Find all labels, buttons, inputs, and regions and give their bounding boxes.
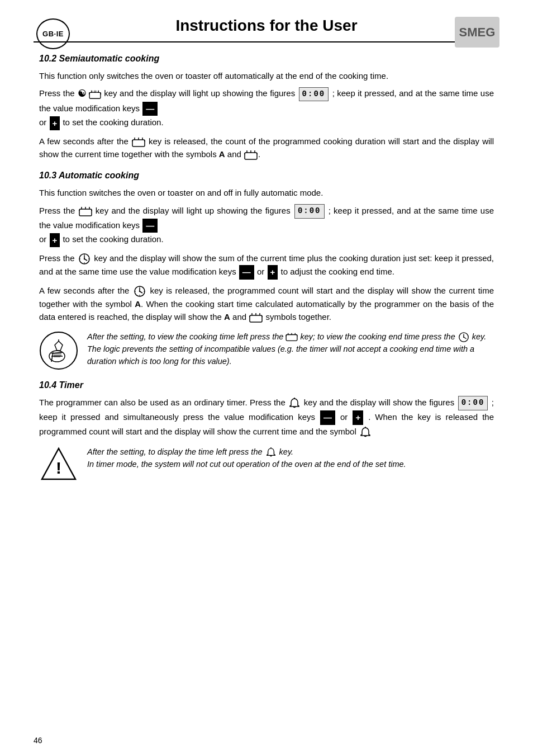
plus-key-3: +	[268, 265, 278, 279]
symbol-a-1: A	[219, 149, 225, 159]
pot-key-svg-1	[89, 89, 101, 100]
section-10-2-para-3: A few seconds after the key is released,…	[39, 135, 494, 161]
pot-key-note-svg	[285, 332, 298, 342]
svg-rect-57	[287, 335, 298, 341]
svg-rect-2	[89, 92, 101, 98]
pot-key-svg-2	[131, 136, 146, 148]
display-box-2: 0:00	[294, 204, 325, 219]
minus-key-4: —	[320, 410, 335, 424]
bell-icon-warning	[266, 447, 276, 457]
svg-line-62	[297, 335, 297, 337]
clock-key-note-svg	[458, 332, 470, 343]
svg-point-29	[84, 258, 85, 259]
warning-line-1: After the setting, to display the time l…	[87, 447, 293, 456]
minus-key-3: —	[239, 265, 254, 279]
bell-icon-1	[289, 398, 300, 409]
section-10-4-label: 10.4 Timer	[39, 380, 83, 390]
section-10-2-label: 10.2 Semiautomatic cooking	[39, 54, 159, 63]
warning-icon-svg: !	[39, 446, 78, 485]
note-icon-10-3	[39, 331, 78, 370]
page-title: Instructions for the User	[175, 17, 357, 35]
svg-rect-14	[245, 153, 257, 159]
note-text-10-3: After the setting, to view the cooking t…	[87, 331, 494, 367]
display-box-3: 0:00	[458, 396, 488, 410]
pot-key-icon-1: ☯	[78, 87, 101, 101]
section-10-3-title: 10.3 Automatic cooking	[39, 171, 494, 181]
section-10-3-para-3: Press the key and the display will show …	[39, 252, 494, 280]
svg-rect-42	[250, 315, 262, 322]
section-10-3-para-4: A few seconds after the key is released,…	[39, 284, 494, 324]
section-10-2-title: 10.2 Semiautomatic cooking	[39, 54, 494, 64]
section-10-2-para-2: Press the ☯ key and the display will lig…	[39, 87, 494, 130]
section-10-3-label: 10.3 Automatic cooking	[39, 171, 139, 180]
content-area: 10.2 Semiautomatic cooking This function…	[34, 54, 499, 485]
svg-rect-20	[79, 209, 92, 216]
warning-icon: !	[39, 446, 78, 485]
svg-rect-8	[132, 140, 145, 147]
section-10-4-para-1: The programmer can also be used as an or…	[39, 396, 494, 438]
display-box-1: 0:00	[299, 87, 329, 102]
pot-key-svg-4	[78, 206, 93, 217]
pot-key-svg-3	[244, 149, 258, 160]
pot-key-svg-5	[249, 312, 263, 323]
plus-key-4: +	[353, 410, 363, 424]
warning-line-2: In timer mode, the system will not cut o…	[87, 460, 406, 469]
section-10-3-para-2: Press the key and the display will light…	[39, 204, 494, 247]
svg-point-66	[463, 337, 464, 338]
badge-text: GB·IE	[42, 30, 64, 38]
page: GB·IE Instructions for the User SMEG 10.…	[0, 0, 533, 756]
svg-text:SMEG: SMEG	[459, 25, 496, 39]
note-box-10-3: After the setting, to view the cooking t…	[39, 331, 494, 370]
plus-key-2: +	[50, 233, 60, 247]
note-icon-svg	[39, 331, 78, 370]
minus-key-1: —	[142, 102, 158, 116]
section-10-4-title: 10.4 Timer	[39, 380, 494, 390]
bell-icon-2	[360, 427, 371, 438]
symbol-a-3: A	[224, 312, 230, 322]
warning-box-10-4: ! After the setting, to display the time…	[39, 446, 494, 485]
section-10-3-para-1: This function switches the oven or toast…	[39, 186, 494, 199]
page-number: 46	[34, 736, 42, 745]
brand-logo-svg: SMEG	[455, 17, 499, 48]
header: GB·IE Instructions for the User SMEG	[34, 17, 499, 42]
brand-logo: SMEG	[455, 17, 499, 50]
plus-key-1: +	[50, 116, 60, 130]
svg-line-7	[101, 92, 101, 94]
minus-key-2: —	[142, 219, 158, 233]
svg-line-6	[89, 92, 89, 94]
clock-key-svg-2	[132, 285, 147, 297]
symbol-a-2: A	[135, 299, 141, 309]
gb-ie-badge: GB·IE	[36, 18, 70, 49]
svg-point-37	[139, 290, 140, 291]
section-10-2-para-1: This function only switches the oven or …	[39, 69, 494, 82]
gb-ie-logo: GB·IE	[34, 17, 73, 50]
warning-text-10-4: After the setting, to display the time l…	[87, 446, 494, 471]
clock-key-svg-1	[77, 253, 92, 265]
svg-text:!: !	[56, 459, 61, 477]
